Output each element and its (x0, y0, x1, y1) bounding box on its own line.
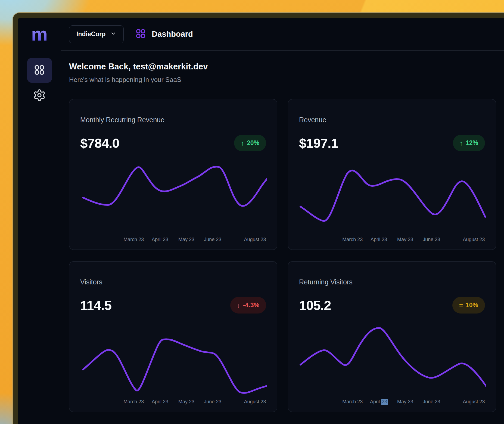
page-title: Dashboard (152, 30, 193, 39)
trend-badge: ↑ 20% (234, 135, 266, 151)
dashboard-content: Welcome Back, test@makerkit.dev Here's w… (61, 51, 504, 412)
equals-icon: = (459, 302, 463, 309)
card-title: Monthly Recurring Revenue (80, 116, 266, 123)
card-title: Returning Visitors (299, 278, 485, 285)
axis-label: May 23 (178, 399, 194, 405)
metric-value: $784.0 (80, 136, 119, 151)
line-chart (298, 322, 486, 394)
axis-label: May 23 (397, 236, 413, 242)
axis-label: April 23 (370, 399, 388, 405)
welcome-heading: Welcome Back, test@makerkit.dev (69, 62, 504, 72)
sidebar: m (18, 18, 61, 424)
axis-label: March 23 (342, 236, 363, 242)
trend-value: 12% (466, 139, 478, 147)
axis-label: March 23 (123, 399, 144, 405)
x-axis-labels: March 23April 23May 23June 23August 23 (79, 236, 267, 243)
x-axis-labels: March 23April 23May 23June 23August 23 (79, 399, 267, 405)
trend-badge: ↑ 12% (453, 135, 485, 151)
axis-label: August 23 (244, 236, 266, 242)
dashboard-grid-icon (135, 28, 146, 40)
org-selector-button[interactable]: IndieCorp (69, 25, 124, 43)
axis-label: June 23 (423, 399, 440, 405)
arrow-down-icon: ↓ (237, 302, 240, 309)
card-returning-visitors: Returning Visitors 105.2 = 10% March 23 (288, 261, 496, 412)
axis-label: June 23 (423, 236, 440, 242)
arrow-up-icon: ↑ (241, 139, 244, 147)
selected-axis-text: 23 (381, 399, 388, 405)
axis-label: March 23 (123, 236, 144, 242)
app-window: m IndieCorp (13, 13, 504, 424)
arrow-up-icon: ↑ (460, 139, 463, 147)
main-area: IndieCorp Dashboard Welcome Back (61, 18, 504, 424)
card-title: Visitors (80, 278, 266, 285)
gear-icon (33, 89, 46, 103)
x-axis-labels: March 23April 23May 23June 23August 23 (298, 236, 486, 243)
metric-value: $197.1 (299, 136, 338, 151)
sidebar-item-settings[interactable] (27, 83, 52, 108)
metric-value: 114.5 (80, 298, 111, 313)
card-visitors: Visitors 114.5 ↓ -4.3% March 23April 23 (69, 261, 277, 412)
metric-value: 105.2 (299, 298, 331, 313)
line-chart (298, 160, 486, 232)
welcome-subtitle: Here's what is happening in your SaaS (69, 76, 504, 84)
line-chart (79, 322, 267, 394)
axis-label: May 23 (178, 236, 194, 242)
card-monthly-recurring-revenue: Monthly Recurring Revenue $784.0 ↑ 20% (69, 99, 277, 250)
axis-label: June 23 (204, 399, 221, 405)
axis-label: March 23 (342, 399, 363, 405)
chevron-down-icon (110, 30, 116, 38)
axis-label: April 23 (152, 236, 168, 242)
topbar: IndieCorp Dashboard (61, 18, 504, 51)
trend-value: -4.3% (243, 302, 259, 309)
line-chart (79, 160, 267, 232)
axis-label: April 23 (371, 236, 387, 242)
metric-cards-grid: Monthly Recurring Revenue $784.0 ↑ 20% (69, 99, 504, 412)
card-revenue: Revenue $197.1 ↑ 12% March 23April 23Ma (288, 99, 496, 250)
axis-label: April 23 (152, 399, 168, 405)
axis-label: August 23 (463, 399, 485, 405)
axis-label: May 23 (397, 399, 413, 405)
trend-badge: ↓ -4.3% (230, 297, 266, 314)
trend-value: 20% (247, 139, 259, 147)
page-title-group: Dashboard (135, 28, 193, 40)
org-selector-label: IndieCorp (76, 30, 105, 38)
sidebar-item-dashboard[interactable] (27, 58, 52, 83)
x-axis-labels: March 23April 23May 23June 23August 23 (298, 399, 486, 405)
card-title: Revenue (299, 116, 485, 123)
trend-value: 10% (466, 302, 478, 309)
grid-icon (33, 64, 45, 77)
makerkit-logo: m (31, 26, 48, 42)
axis-label: August 23 (244, 399, 266, 405)
axis-label: August 23 (463, 236, 485, 242)
axis-label: June 23 (204, 236, 221, 242)
trend-badge: = 10% (452, 297, 485, 314)
